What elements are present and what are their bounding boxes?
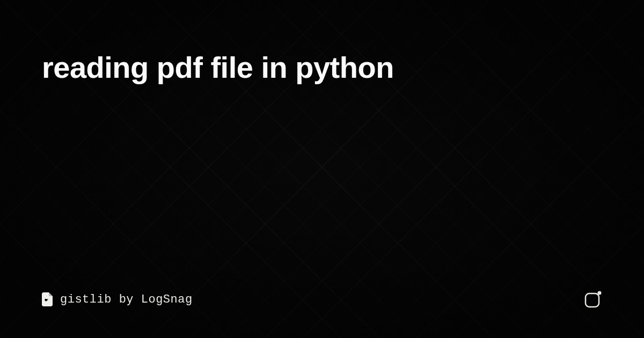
brand-text: gistlib by LogSnag — [60, 293, 193, 306]
company-name: LogSnag — [141, 293, 193, 306]
brand-name: gistlib — [60, 293, 112, 306]
by-text: by — [119, 293, 134, 306]
content-container: reading pdf file in python gistlib by Lo… — [0, 0, 644, 338]
external-link-icon — [584, 290, 602, 308]
svg-rect-1 — [586, 293, 599, 307]
branding: gistlib by LogSnag — [42, 292, 193, 306]
page-title: reading pdf file in python — [42, 51, 602, 84]
svg-point-2 — [598, 291, 602, 295]
footer: gistlib by LogSnag — [42, 290, 602, 308]
file-icon — [42, 292, 53, 306]
